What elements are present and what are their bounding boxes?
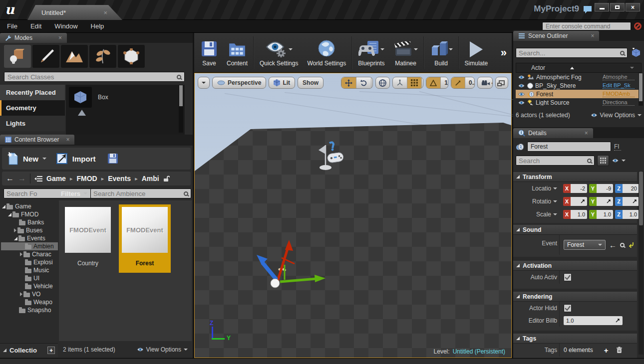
breadcrumb-ambience[interactable]: Ambi — [142, 175, 159, 182]
outliner-scrollbar[interactable] — [639, 73, 643, 106]
close-button[interactable]: × — [626, 3, 640, 11]
details-search-input[interactable] — [519, 157, 585, 165]
menu-file[interactable]: File — [7, 22, 17, 30]
minimize-button[interactable] — [595, 3, 609, 11]
back-icon[interactable]: ← — [6, 174, 14, 183]
transform-header[interactable]: Transform — [513, 172, 637, 182]
tab-content-browser[interactable]: Content Browser × — [0, 135, 74, 145]
scale-snap-value[interactable]: 0.25 — [465, 77, 475, 88]
close-icon[interactable]: × — [66, 136, 69, 143]
level-tab[interactable]: Untitled* × — [27, 5, 122, 20]
outliner-row-bp-sky-sphere[interactable]: BP_Sky_Shere Edit BP_Sk — [516, 81, 642, 90]
actor-hidden-checkbox[interactable] — [564, 304, 572, 312]
visibility-eye-icon[interactable] — [518, 92, 525, 97]
sound-header[interactable]: Sound — [513, 225, 637, 235]
auto-activate-checkbox[interactable] — [564, 273, 572, 281]
add-collection-button[interactable]: + — [47, 347, 55, 354]
placeable-box-item[interactable]: Box — [66, 85, 185, 108]
close-icon[interactable]: × — [585, 130, 588, 137]
chat-bubble-icon[interactable] — [583, 5, 592, 15]
viewport-floor[interactable] — [195, 73, 511, 358]
mode-landscape-button[interactable] — [61, 45, 88, 68]
modes-scrollbar[interactable] — [179, 85, 183, 133]
actor-column-header[interactable]: Actor — [531, 64, 545, 71]
tree-item-weapons[interactable]: Weapo — [1, 298, 58, 306]
tree-item-game[interactable]: Game — [1, 202, 58, 210]
viewport[interactable]: Perspective Lit Show 10 10° — [194, 73, 512, 358]
asset-forest[interactable]: FMODEvent Forest — [119, 204, 171, 273]
outliner-search-input[interactable] — [519, 49, 618, 57]
outliner-row-forest[interactable]: Forest FMODAmb — [516, 90, 642, 98]
tree-item-fmod[interactable]: FMOD — [1, 210, 58, 218]
move-tool-button[interactable] — [341, 77, 356, 88]
tree-item-vehicles[interactable]: Vehicle — [1, 282, 58, 290]
save-button[interactable]: Save — [196, 36, 222, 69]
browse-to-asset-icon[interactable] — [620, 243, 625, 247]
chevron-down-icon[interactable] — [622, 160, 626, 162]
breadcrumb-game[interactable]: Game — [46, 175, 66, 182]
chevron-down-icon[interactable] — [42, 158, 46, 160]
category-geometry[interactable]: Geometry — [0, 100, 65, 116]
chevron-down-icon[interactable] — [553, 213, 557, 215]
matinee-button[interactable]: Matinee — [389, 36, 422, 69]
close-icon[interactable]: × — [103, 9, 107, 16]
use-selected-asset-icon[interactable]: ← — [609, 241, 617, 249]
menu-help[interactable]: Help — [91, 22, 104, 30]
activation-header[interactable]: Activation — [513, 261, 637, 271]
chevron-down-icon[interactable] — [83, 192, 87, 194]
mode-place-button[interactable] — [4, 45, 31, 68]
perspective-button[interactable]: Perspective — [212, 77, 266, 89]
tree-item-snapshots[interactable]: Snapsho — [1, 306, 58, 314]
location-y-field[interactable]: -9 — [597, 184, 613, 193]
grid-snap-toggle[interactable] — [407, 77, 422, 88]
blueprints-button[interactable]: Blueprints — [353, 36, 389, 69]
asset-country[interactable]: FMODEvent Country — [62, 204, 114, 273]
rotation-z-field[interactable] — [623, 197, 639, 206]
forward-icon[interactable]: → — [18, 174, 26, 183]
content-button[interactable]: Content — [222, 36, 252, 69]
save-all-icon[interactable] — [107, 153, 119, 165]
camera-speed-button[interactable]: 4 — [478, 77, 493, 88]
show-button[interactable]: Show — [298, 77, 323, 89]
visibility-eye-icon[interactable] — [518, 75, 525, 80]
quick-settings-button[interactable]: Quick Settings — [255, 36, 303, 69]
outliner-view-options-button[interactable]: View Options — [591, 112, 642, 119]
restore-button[interactable] — [610, 3, 625, 11]
view-options-button[interactable]: View Options — [137, 346, 188, 353]
scale-y-field[interactable]: 1.0 — [597, 210, 613, 219]
mode-geometry-button[interactable] — [118, 45, 145, 68]
tab-modes[interactable]: Modes × — [0, 33, 67, 43]
reset-event-icon[interactable] — [629, 242, 635, 248]
lock-icon[interactable] — [163, 176, 170, 182]
tree-item-events[interactable]: Events — [1, 234, 58, 242]
tree-item-ui[interactable]: UI — [1, 274, 58, 282]
add-tag-icon[interactable]: + — [604, 346, 609, 355]
rotation-snap-value[interactable]: 10° — [441, 77, 448, 88]
chevron-down-icon[interactable] — [553, 200, 557, 202]
location-x-field[interactable]: -2 — [571, 184, 587, 193]
tree-item-ambience[interactable]: Ambien — [1, 242, 58, 250]
outliner-row-atmospheric-fog[interactable]: Atmospheric Fog Atmosphe — [516, 73, 642, 81]
menu-window[interactable]: Window — [54, 22, 77, 30]
add-actor-icon[interactable] — [631, 48, 641, 57]
close-icon[interactable]: × — [58, 34, 62, 41]
lit-button[interactable]: Lit — [269, 77, 295, 89]
world-local-toggle[interactable] — [375, 77, 390, 89]
tags-header[interactable]: Tags — [513, 334, 637, 344]
tree-item-characters[interactable]: Charac — [1, 250, 58, 258]
category-recently-placed[interactable]: Recently Placed — [0, 85, 65, 100]
scale-x-field[interactable]: 1.0 — [571, 210, 587, 219]
actor-class-link[interactable]: FI — [614, 143, 621, 151]
category-lights[interactable]: Lights — [0, 116, 65, 131]
search-assets-input[interactable] — [93, 190, 182, 197]
transform-gizmo[interactable] — [253, 234, 328, 300]
filters-button[interactable]: Filters — [61, 190, 80, 197]
location-z-field[interactable]: 20 — [623, 184, 639, 193]
tree-item-buses[interactable]: Buses — [1, 226, 58, 234]
display-filter-eye-icon[interactable] — [612, 158, 619, 163]
rotation-y-field[interactable] — [597, 197, 613, 206]
billboard-scale-field[interactable]: 1.0 — [564, 316, 623, 325]
details-scrollbar[interactable] — [639, 171, 644, 355]
level-name[interactable]: Untitled (Persistent) — [453, 348, 505, 355]
rotate-tool-button[interactable] — [356, 77, 371, 88]
